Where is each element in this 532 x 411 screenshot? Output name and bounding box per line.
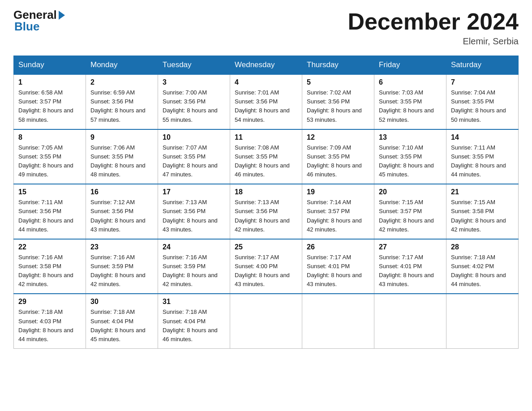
day-info: Sunrise: 7:17 AMSunset: 4:01 PMDaylight:…: [379, 253, 442, 289]
day-info: Sunrise: 7:11 AMSunset: 3:56 PMDaylight:…: [18, 198, 81, 234]
week-row-3: 15Sunrise: 7:11 AMSunset: 3:56 PMDayligh…: [14, 184, 519, 239]
calendar-cell: 25Sunrise: 7:17 AMSunset: 4:00 PMDayligh…: [230, 239, 302, 294]
day-number: 19: [307, 188, 369, 196]
day-info: Sunrise: 7:00 AMSunset: 3:56 PMDaylight:…: [163, 88, 225, 124]
day-info: Sunrise: 7:12 AMSunset: 3:56 PMDaylight:…: [90, 198, 153, 234]
day-info: Sunrise: 7:14 AMSunset: 3:57 PMDaylight:…: [307, 198, 369, 234]
day-info: Sunrise: 7:06 AMSunset: 3:55 PMDaylight:…: [90, 143, 153, 180]
day-info: Sunrise: 7:16 AMSunset: 3:59 PMDaylight:…: [90, 253, 153, 289]
day-info: Sunrise: 7:15 AMSunset: 3:58 PMDaylight:…: [451, 198, 514, 234]
day-number: 28: [451, 243, 514, 251]
day-number: 20: [379, 188, 442, 196]
calendar-table: SundayMondayTuesdayWednesdayThursdayFrid…: [13, 56, 519, 349]
calendar-cell: 18Sunrise: 7:13 AMSunset: 3:56 PMDayligh…: [230, 184, 302, 239]
logo-blue-text: Blue: [14, 21, 65, 32]
calendar-cell: 17Sunrise: 7:13 AMSunset: 3:56 PMDayligh…: [158, 184, 230, 239]
day-number: 4: [235, 78, 297, 86]
day-info: Sunrise: 7:01 AMSunset: 3:56 PMDaylight:…: [235, 88, 297, 124]
day-number: 31: [163, 298, 225, 306]
day-number: 13: [379, 133, 442, 141]
day-info: Sunrise: 7:10 AMSunset: 3:55 PMDaylight:…: [379, 143, 442, 180]
day-number: 9: [90, 133, 153, 141]
day-info: Sunrise: 7:13 AMSunset: 3:56 PMDaylight:…: [163, 198, 225, 234]
day-info: Sunrise: 7:18 AMSunset: 4:02 PMDaylight:…: [451, 253, 514, 289]
day-info: Sunrise: 6:58 AMSunset: 3:57 PMDaylight:…: [18, 88, 81, 124]
day-number: 7: [451, 78, 514, 86]
day-info: Sunrise: 7:03 AMSunset: 3:55 PMDaylight:…: [379, 88, 442, 124]
location-text: Elemir, Serbia: [348, 36, 519, 47]
calendar-cell: 30Sunrise: 7:18 AMSunset: 4:04 PMDayligh…: [86, 294, 158, 348]
day-number: 21: [451, 188, 514, 196]
calendar-cell: 5Sunrise: 7:02 AMSunset: 3:56 PMDaylight…: [302, 74, 374, 129]
day-info: Sunrise: 7:16 AMSunset: 3:58 PMDaylight:…: [18, 253, 81, 289]
day-number: 12: [307, 133, 369, 141]
calendar-cell: 7Sunrise: 7:04 AMSunset: 3:55 PMDaylight…: [446, 74, 519, 129]
day-header-wednesday: Wednesday: [230, 56, 302, 75]
day-number: 26: [307, 243, 369, 251]
week-row-5: 29Sunrise: 7:18 AMSunset: 4:03 PMDayligh…: [14, 294, 519, 348]
day-number: 17: [163, 188, 225, 196]
day-number: 2: [90, 78, 153, 86]
calendar-cell: 28Sunrise: 7:18 AMSunset: 4:02 PMDayligh…: [446, 239, 519, 294]
day-number: 15: [18, 188, 81, 196]
calendar-cell: 2Sunrise: 6:59 AMSunset: 3:56 PMDaylight…: [86, 74, 158, 129]
title-area: December 2024 Elemir, Serbia: [348, 9, 519, 47]
day-info: Sunrise: 7:09 AMSunset: 3:55 PMDaylight:…: [307, 143, 369, 180]
calendar-cell: 11Sunrise: 7:08 AMSunset: 3:55 PMDayligh…: [230, 129, 302, 184]
day-number: 10: [163, 133, 225, 141]
week-row-2: 8Sunrise: 7:05 AMSunset: 3:55 PMDaylight…: [14, 129, 519, 184]
day-number: 22: [18, 243, 81, 251]
day-number: 16: [90, 188, 153, 196]
day-info: Sunrise: 7:16 AMSunset: 3:59 PMDaylight:…: [163, 253, 225, 289]
calendar-cell: 10Sunrise: 7:07 AMSunset: 3:55 PMDayligh…: [158, 129, 230, 184]
calendar-cell: 21Sunrise: 7:15 AMSunset: 3:58 PMDayligh…: [446, 184, 519, 239]
week-row-4: 22Sunrise: 7:16 AMSunset: 3:58 PMDayligh…: [14, 239, 519, 294]
calendar-cell: [446, 294, 519, 348]
day-header-saturday: Saturday: [446, 56, 519, 75]
day-info: Sunrise: 7:11 AMSunset: 3:55 PMDaylight:…: [451, 143, 514, 180]
day-info: Sunrise: 7:18 AMSunset: 4:04 PMDaylight:…: [163, 308, 225, 344]
calendar-cell: 1Sunrise: 6:58 AMSunset: 3:57 PMDaylight…: [14, 74, 86, 129]
calendar-cell: 3Sunrise: 7:00 AMSunset: 3:56 PMDaylight…: [158, 74, 230, 129]
logo-arrow-icon: [59, 11, 65, 20]
calendar-cell: 8Sunrise: 7:05 AMSunset: 3:55 PMDaylight…: [14, 129, 86, 184]
day-header-tuesday: Tuesday: [158, 56, 230, 75]
calendar-cell: 4Sunrise: 7:01 AMSunset: 3:56 PMDaylight…: [230, 74, 302, 129]
day-number: 23: [90, 243, 153, 251]
calendar-cell: [374, 294, 446, 348]
day-header-sunday: Sunday: [14, 56, 86, 75]
day-header-thursday: Thursday: [302, 56, 374, 75]
calendar-cell: 19Sunrise: 7:14 AMSunset: 3:57 PMDayligh…: [302, 184, 374, 239]
day-info: Sunrise: 6:59 AMSunset: 3:56 PMDaylight:…: [90, 88, 153, 124]
day-header-friday: Friday: [374, 56, 446, 75]
calendar-cell: [230, 294, 302, 348]
day-number: 3: [163, 78, 225, 86]
logo-general-text: General: [13, 9, 57, 21]
day-info: Sunrise: 7:18 AMSunset: 4:03 PMDaylight:…: [18, 308, 81, 344]
calendar-cell: 20Sunrise: 7:15 AMSunset: 3:57 PMDayligh…: [374, 184, 446, 239]
day-number: 5: [307, 78, 369, 86]
logo: General Blue: [13, 9, 65, 32]
day-number: 18: [235, 188, 297, 196]
day-info: Sunrise: 7:02 AMSunset: 3:56 PMDaylight:…: [307, 88, 369, 124]
calendar-cell: 27Sunrise: 7:17 AMSunset: 4:01 PMDayligh…: [374, 239, 446, 294]
calendar-cell: 29Sunrise: 7:18 AMSunset: 4:03 PMDayligh…: [14, 294, 86, 348]
day-number: 29: [18, 298, 81, 306]
day-number: 11: [235, 133, 297, 141]
calendar-cell: 31Sunrise: 7:18 AMSunset: 4:04 PMDayligh…: [158, 294, 230, 348]
day-info: Sunrise: 7:05 AMSunset: 3:55 PMDaylight:…: [18, 143, 81, 180]
day-header-monday: Monday: [86, 56, 158, 75]
calendar-cell: 23Sunrise: 7:16 AMSunset: 3:59 PMDayligh…: [86, 239, 158, 294]
header-row: SundayMondayTuesdayWednesdayThursdayFrid…: [14, 56, 519, 75]
week-row-1: 1Sunrise: 6:58 AMSunset: 3:57 PMDaylight…: [14, 74, 519, 129]
day-info: Sunrise: 7:18 AMSunset: 4:04 PMDaylight:…: [90, 308, 153, 344]
day-number: 1: [18, 78, 81, 86]
day-info: Sunrise: 7:17 AMSunset: 4:00 PMDaylight:…: [235, 253, 297, 289]
day-info: Sunrise: 7:07 AMSunset: 3:55 PMDaylight:…: [163, 143, 225, 180]
calendar-cell: 9Sunrise: 7:06 AMSunset: 3:55 PMDaylight…: [86, 129, 158, 184]
month-title: December 2024: [348, 9, 519, 34]
day-number: 24: [163, 243, 225, 251]
day-number: 14: [451, 133, 514, 141]
day-number: 30: [90, 298, 153, 306]
calendar-cell: 14Sunrise: 7:11 AMSunset: 3:55 PMDayligh…: [446, 129, 519, 184]
